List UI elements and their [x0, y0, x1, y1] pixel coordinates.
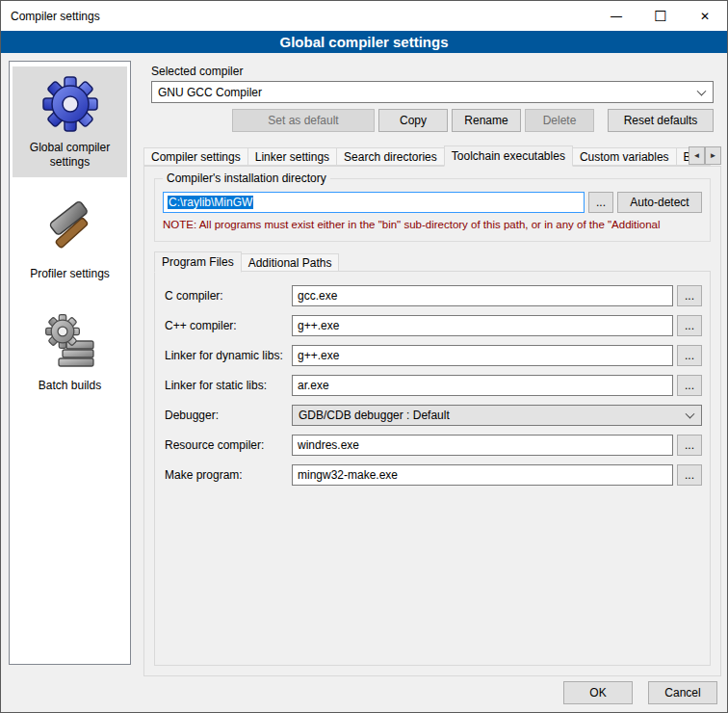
- tab-toolchain-executables[interactable]: Toolchain executables: [444, 145, 573, 167]
- close-button[interactable]: ✕: [683, 1, 727, 31]
- cpp-compiler-label: C++ compiler:: [165, 319, 292, 332]
- static-linker-browse-button[interactable]: ...: [677, 375, 702, 396]
- chevron-down-icon: [697, 86, 707, 95]
- cpp-compiler-browse-button[interactable]: ...: [677, 315, 702, 336]
- field-row-static-linker: Linker for static libs: ...: [165, 375, 702, 396]
- program-files-tab-strip: Program Files Additional Paths: [154, 251, 339, 272]
- rename-button[interactable]: Rename: [452, 109, 521, 132]
- field-row-dynamic-linker: Linker for dynamic libs: ...: [165, 345, 702, 366]
- compiler-select-value: GNU GCC Compiler: [158, 86, 262, 99]
- settings-tab-strip: Compiler settings Linker settings Search…: [143, 145, 721, 166]
- set-as-default-button[interactable]: Set as default: [232, 109, 375, 132]
- compiler-select[interactable]: GNU GCC Compiler: [151, 81, 714, 103]
- window-controls: — ☐ ✕: [594, 1, 727, 31]
- resource-compiler-browse-button[interactable]: ...: [677, 435, 702, 456]
- page-title: Global compiler settings: [1, 31, 727, 53]
- static-linker-input[interactable]: [292, 375, 673, 396]
- field-row-c-compiler: C compiler: ...: [165, 285, 702, 306]
- selected-compiler-label: Selected compiler: [151, 65, 243, 78]
- install-dir-value: C:\raylib\MinGW: [168, 196, 253, 209]
- debugger-select-value: GDB/CDB debugger : Default: [299, 409, 450, 422]
- sidebar-item-label: Profiler settings: [30, 267, 110, 281]
- make-program-input[interactable]: [292, 464, 673, 486]
- sidebar-item-label: Batch builds: [39, 379, 101, 393]
- tab-linker-settings[interactable]: Linker settings: [247, 147, 337, 166]
- title-bar: Compiler settings — ☐ ✕: [1, 1, 727, 31]
- sidebar-item-batch-builds[interactable]: Batch builds: [13, 304, 127, 401]
- c-compiler-label: C compiler:: [165, 289, 292, 303]
- c-compiler-input[interactable]: [292, 285, 673, 306]
- install-dir-input[interactable]: C:\raylib\MinGW: [163, 192, 585, 213]
- tab-custom-variables[interactable]: Custom variables: [572, 147, 677, 166]
- tab-scroll-right-icon[interactable]: ►: [705, 146, 721, 165]
- hammer-icon: [39, 198, 101, 260]
- c-compiler-browse-button[interactable]: ...: [677, 285, 702, 306]
- dynamic-linker-input[interactable]: [292, 345, 673, 366]
- install-dir-browse-button[interactable]: ...: [588, 192, 613, 213]
- installation-directory-group-title: Compiler's installation directory: [163, 172, 330, 185]
- installation-directory-group: Compiler's installation directory C:\ray…: [154, 178, 711, 242]
- dynamic-linker-label: Linker for dynamic libs:: [165, 349, 292, 362]
- settings-category-list: Global compiler settings: [9, 61, 131, 665]
- minimize-button[interactable]: —: [594, 1, 638, 31]
- install-dir-note: NOTE: All programs must exist either in …: [163, 219, 706, 230]
- tab-scroll-buttons: ◄ ►: [689, 146, 721, 165]
- autodetect-button[interactable]: Auto-detect: [617, 192, 702, 213]
- field-row-cpp-compiler: C++ compiler: ...: [165, 315, 702, 336]
- toolchain-executables-panel: Compiler's installation directory C:\ray…: [143, 166, 721, 676]
- compiler-actions: Set as default Copy Rename Delete Reset …: [151, 109, 714, 132]
- gray-gears-icon: [39, 310, 101, 372]
- blue-gear-icon: [39, 72, 101, 134]
- cancel-button[interactable]: Cancel: [648, 681, 717, 704]
- field-row-debugger: Debugger: GDB/CDB debugger : Default: [165, 405, 702, 426]
- program-files-panel: C compiler: ... C++ compiler: ... Linker…: [154, 271, 711, 666]
- make-program-label: Make program:: [165, 468, 292, 482]
- dialog-footer: OK Cancel: [563, 681, 717, 704]
- reset-defaults-button[interactable]: Reset defaults: [608, 109, 714, 132]
- tab-scroll-left-icon[interactable]: ◄: [689, 146, 705, 165]
- tab-compiler-settings[interactable]: Compiler settings: [143, 147, 248, 166]
- static-linker-label: Linker for static libs:: [165, 379, 292, 392]
- sidebar-item-label: Global compiler settings: [14, 141, 125, 170]
- dynamic-linker-browse-button[interactable]: ...: [677, 345, 702, 366]
- delete-button[interactable]: Delete: [525, 109, 594, 132]
- cpp-compiler-input[interactable]: [292, 315, 673, 336]
- debugger-label: Debugger:: [165, 409, 292, 422]
- subtab-program-files[interactable]: Program Files: [154, 251, 242, 273]
- field-row-make-program: Make program: ...: [165, 464, 702, 486]
- debugger-select[interactable]: GDB/CDB debugger : Default: [292, 405, 702, 426]
- chevron-down-icon: [686, 409, 695, 419]
- sidebar-item-profiler-settings[interactable]: Profiler settings: [13, 193, 127, 289]
- field-row-resource-compiler: Resource compiler: ...: [165, 435, 702, 456]
- make-program-browse-button[interactable]: ...: [677, 464, 702, 486]
- ok-button[interactable]: OK: [563, 681, 633, 704]
- resource-compiler-input[interactable]: [292, 435, 673, 456]
- resource-compiler-label: Resource compiler:: [165, 438, 292, 452]
- tab-search-directories[interactable]: Search directories: [336, 147, 445, 166]
- copy-button[interactable]: Copy: [378, 109, 448, 132]
- compiler-settings-dialog: Compiler settings — ☐ ✕ Global compiler …: [0, 0, 728, 713]
- window-title: Compiler settings: [11, 10, 100, 23]
- subtab-additional-paths[interactable]: Additional Paths: [241, 253, 340, 272]
- maximize-button[interactable]: ☐: [638, 1, 683, 31]
- sidebar-item-global-compiler-settings[interactable]: Global compiler settings: [13, 66, 127, 177]
